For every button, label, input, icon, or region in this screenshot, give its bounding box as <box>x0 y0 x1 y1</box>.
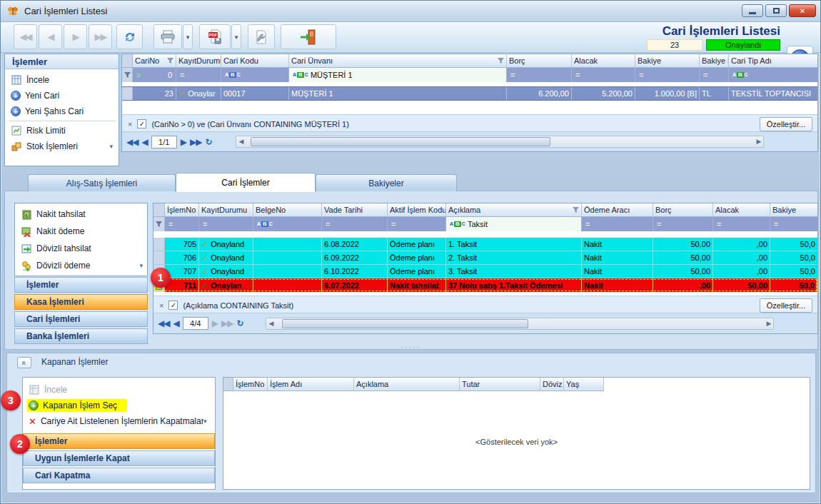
filter-cell-caritip[interactable]: ABC <box>729 68 817 82</box>
filter-enabled-checkbox[interactable]: ✓ <box>168 301 178 310</box>
nav-prev-button[interactable]: ◀ <box>39 24 62 49</box>
sidebar-item-incele[interactable]: İncele <box>5 72 119 88</box>
column-header[interactable]: Alacak <box>713 203 770 217</box>
column-header[interactable]: Cari Tip Adı <box>729 54 817 68</box>
splitter-handle[interactable]: ····· <box>1 345 820 351</box>
column-header[interactable]: Cari Ünvanı <box>289 54 507 68</box>
column-header[interactable]: Tutar <box>460 378 540 391</box>
horizontal-scrollbar[interactable]: ◀ ▶ <box>266 318 774 330</box>
filter-cell[interactable]: = <box>199 217 253 231</box>
page-prev-button[interactable]: ◀ <box>173 318 178 328</box>
collapse-section-button[interactable]: « <box>17 357 31 368</box>
reload-icon[interactable]: ↻ <box>205 137 212 147</box>
column-header[interactable]: Açıklama <box>354 378 460 391</box>
column-header[interactable]: Ödeme Aracı <box>582 203 653 217</box>
column-header[interactable]: Döviz <box>540 378 564 391</box>
column-header[interactable]: BelgeNo <box>253 203 322 217</box>
table-row[interactable]: 705 ✓ Onayland 6.08.2022 Ödeme planı 1. … <box>153 238 817 251</box>
page-first-button[interactable]: ◀◀ <box>158 318 169 328</box>
menu-item-nakit-tahsilat[interactable]: ₺ Nakit tahsilat <box>15 206 147 223</box>
column-header[interactable]: KayıtDurumu <box>199 203 253 217</box>
group-bar-uygun-islemlerle-kapat[interactable]: Uygun İşlemlerle Kapat <box>23 450 215 466</box>
group-bar-cari-kapatma[interactable]: Cari Kapatma <box>23 468 215 483</box>
column-header[interactable]: Borç <box>653 203 713 217</box>
scroll-left-icon[interactable]: ◀ <box>238 138 243 145</box>
exit-button[interactable] <box>281 24 336 49</box>
filter-cell-carino[interactable]: >0 <box>133 68 176 82</box>
customize-filter-button[interactable]: Özelleştir... <box>760 117 812 131</box>
pdf-dropdown-button[interactable]: ▾ <box>231 24 241 49</box>
group-bar-banka-islemleri[interactable]: Banka İşlemleri <box>14 328 148 344</box>
tab-cari-islemler[interactable]: Cari İşlemler <box>176 173 316 192</box>
column-header[interactable]: Açıklama <box>446 203 582 217</box>
customize-filter-button[interactable]: Özelleştir... <box>760 298 812 313</box>
group-bar-islemler-bottom[interactable]: İşlemler <box>23 433 215 449</box>
chevron-down-icon[interactable]: ▾ <box>109 143 113 150</box>
filter-cell[interactable]: = <box>653 217 713 231</box>
nav-last-button[interactable]: ▶▶ <box>89 24 112 49</box>
table-row-focused[interactable]: 711 ✓ Onaylan 6.07.2022 Nakit tahsilat 3… <box>153 278 817 292</box>
column-header[interactable]: İşlem Adı <box>268 378 354 391</box>
page-last-button[interactable]: ▶▶ <box>221 318 233 328</box>
filter-cell[interactable]: = <box>388 217 446 231</box>
sidebar-item-risk-limiti[interactable]: Risk Limiti <box>5 123 119 138</box>
column-header[interactable]: Vade Tarihi <box>322 203 388 217</box>
column-header[interactable]: Bakiye <box>770 203 817 217</box>
column-header[interactable]: İşlemNo <box>233 378 268 391</box>
table-row[interactable]: 707 ✓ Onayland 6.10.2022 Ödeme planı 3. … <box>153 265 817 278</box>
clear-filter-icon[interactable]: × <box>128 120 132 128</box>
page-last-button[interactable]: ▶▶ <box>190 137 201 147</box>
pdf-export-button[interactable]: PDF <box>199 24 231 49</box>
filter-cell-alacak[interactable]: = <box>572 68 635 82</box>
column-header[interactable]: Aktif İşlem Kodu <box>388 203 446 217</box>
menu-item-nakit-odeme[interactable]: Nakit ödeme <box>15 223 147 240</box>
group-bar-kasa-islemleri[interactable]: Kasa İşlemleri <box>14 294 148 310</box>
column-header[interactable]: İşlemNo <box>165 203 199 217</box>
filter-cell[interactable]: = <box>322 217 388 231</box>
column-header[interactable]: Alacak <box>572 54 635 68</box>
preview-settings-button[interactable] <box>248 24 275 49</box>
menu-item-dovizli-tahsilat[interactable]: Dövizli tahsilat <box>15 240 147 257</box>
column-header[interactable]: KayıtDurumu <box>176 54 221 68</box>
action-cariye-ait-kapatmalari[interactable]: ✕ Cariye Ait Listelenen İşlemlerin Kapat… <box>23 413 215 429</box>
reload-icon[interactable]: ↻ <box>236 318 243 328</box>
column-header[interactable]: CariNo <box>133 54 176 68</box>
filter-cell-carikodu[interactable]: ABC <box>221 68 289 82</box>
refresh-button[interactable] <box>116 24 143 49</box>
column-header[interactable]: Borç <box>507 54 572 68</box>
filter-cell[interactable]: = <box>770 217 817 231</box>
chevron-down-icon[interactable]: ▾ <box>139 262 143 269</box>
clear-filter-icon[interactable]: × <box>159 301 163 310</box>
page-first-button[interactable]: ◀◀ <box>126 137 138 147</box>
minimize-button[interactable] <box>742 4 763 17</box>
scroll-right-icon[interactable]: ▶ <box>767 320 772 327</box>
action-kapanan-islem-sec[interactable]: + Kapanan İşlem Seç <box>23 398 215 413</box>
print-button[interactable] <box>153 24 182 49</box>
maximize-button[interactable] <box>765 4 787 17</box>
group-bar-islemler[interactable]: İşlemler <box>14 277 148 293</box>
column-header[interactable]: Yaş <box>564 378 604 391</box>
filter-cell[interactable]: = <box>165 217 199 231</box>
nav-next-button[interactable]: ▶ <box>64 24 87 49</box>
sidebar-item-stok-islemleri[interactable]: Stok İşlemleri ▾ <box>5 138 119 154</box>
sidebar-item-yeni-cari[interactable]: + Yeni Cari <box>5 88 119 104</box>
sidebar-item-yeni-sahis-cari[interactable]: + Yeni Şahıs Cari <box>5 104 119 119</box>
scrollbar-thumb[interactable] <box>251 137 550 146</box>
page-prev-button[interactable]: ◀ <box>141 137 147 147</box>
tab-bakiyeler[interactable]: Bakiyeler <box>316 174 457 191</box>
nav-first-button[interactable]: ◀◀ <box>14 24 37 49</box>
group-bar-cari-islemleri[interactable]: Cari İşlemleri <box>14 311 148 327</box>
column-header[interactable]: Bakiye D <box>700 54 729 68</box>
menu-item-dovizli-odeme[interactable]: Dövizli ödeme ▾ <box>15 257 147 274</box>
scrollbar-thumb[interactable] <box>282 319 528 328</box>
filter-cell-kayitdurumu[interactable]: = <box>176 68 221 82</box>
filter-enabled-checkbox[interactable]: ✓ <box>137 119 146 128</box>
column-header[interactable]: Cari Kodu <box>221 54 289 68</box>
close-button[interactable]: ✕ <box>789 4 816 17</box>
scroll-right-icon[interactable]: ▶ <box>757 138 762 145</box>
horizontal-scrollbar[interactable]: ◀ ▶ <box>236 136 764 148</box>
scroll-left-icon[interactable]: ◀ <box>268 320 273 327</box>
filter-cell-bakiye[interactable]: = <box>635 68 700 82</box>
page-next-button[interactable]: ▶ <box>212 318 218 328</box>
filter-cell[interactable]: ABC <box>253 217 322 231</box>
